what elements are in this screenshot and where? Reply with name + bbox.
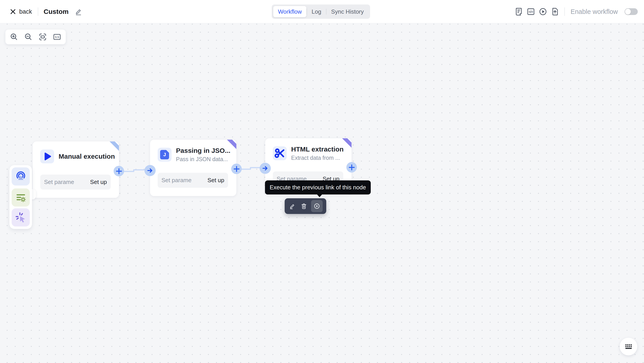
top-bar: back Custom Workflow Log Sync History: [0, 0, 644, 23]
log-document-button[interactable]: [514, 7, 524, 17]
node-manual-execution[interactable]: Manual execution Set parame Set up: [33, 141, 119, 198]
manual-click-icon: [15, 212, 26, 223]
run-workflow-button[interactable]: [538, 7, 548, 17]
actual-size-button[interactable]: 1:1: [52, 31, 62, 43]
node-icon-tile: J: [158, 148, 172, 162]
node-action-toolbar: [285, 198, 326, 214]
keyboard-icon: [625, 343, 632, 350]
arrow-right-icon: [262, 165, 268, 171]
fit-view-button[interactable]: [37, 31, 48, 43]
tab-log[interactable]: Log: [307, 6, 326, 17]
tab-workflow[interactable]: Workflow: [273, 6, 306, 17]
zoom-in-icon: [10, 33, 18, 41]
enable-workflow-label: Enable workflow: [571, 8, 618, 16]
add-node-button[interactable]: [346, 162, 357, 173]
fit-view-icon: [38, 33, 47, 41]
svg-text:</>: </>: [528, 10, 533, 14]
view-tabs: Workflow Log Sync History: [272, 5, 370, 19]
code-icon: </>: [526, 7, 535, 16]
execute-previous-link-button[interactable]: [311, 200, 323, 212]
back-button[interactable]: back: [10, 8, 32, 15]
json-icon: J: [160, 150, 169, 159]
trigger-icon: [15, 171, 26, 182]
toggle-knob: [625, 9, 631, 15]
keyboard-shortcuts-button[interactable]: [620, 338, 637, 355]
setup-button[interactable]: Set up: [90, 179, 107, 186]
zoom-in-button[interactable]: [8, 31, 20, 43]
rename-button[interactable]: [74, 8, 82, 16]
tooltip-caret: [317, 194, 322, 197]
node-param-bar: Set parame Set up: [40, 175, 111, 190]
add-node-button[interactable]: [231, 164, 242, 174]
plus-icon: [116, 168, 122, 174]
play-icon: [42, 151, 52, 162]
input-port[interactable]: [144, 165, 156, 176]
edit-pencil-icon: [74, 8, 82, 16]
run-icon: [538, 7, 548, 16]
actual-size-label: 1:1: [55, 36, 59, 39]
zoom-out-button[interactable]: [23, 31, 34, 43]
node-palette: [10, 165, 32, 229]
node-title: Manual execution: [58, 153, 115, 160]
delete-node-button[interactable]: [300, 202, 308, 211]
close-icon: [10, 9, 16, 15]
node-icon-tile: [40, 150, 54, 163]
plus-icon: [348, 164, 355, 171]
actual-size-icon: 1:1: [53, 33, 61, 41]
node-param-bar: Set parame Set up: [158, 173, 228, 188]
enable-workflow-toggle[interactable]: [624, 8, 638, 15]
execute-icon: [313, 203, 320, 210]
header-divider: [38, 8, 38, 16]
edit-node-button[interactable]: [288, 202, 297, 211]
node-title: Passing in JSO...: [176, 147, 230, 154]
palette-item-trigger[interactable]: [12, 167, 30, 186]
palette-item-manual-click[interactable]: [12, 208, 30, 226]
plus-icon: [234, 166, 240, 172]
node-title: HTML extraction: [291, 145, 344, 153]
scissors-icon: [274, 148, 285, 159]
tooltip-text: Execute the previous link of this node: [270, 184, 366, 191]
back-label: back: [19, 8, 32, 15]
publish-icon: [550, 7, 560, 16]
edit-icon: [289, 203, 296, 209]
setup-button[interactable]: Set up: [208, 177, 224, 184]
tab-sync-history[interactable]: Sync History: [326, 6, 368, 17]
node-passing-in-json[interactable]: J Passing in JSO... Pass in JSON data...…: [150, 140, 236, 196]
arrow-right-icon: [147, 168, 153, 173]
parameter-settings-icon: [15, 192, 26, 203]
zoom-out-icon: [24, 33, 33, 41]
code-view-button[interactable]: </>: [526, 7, 536, 17]
add-node-button[interactable]: [114, 166, 124, 176]
publish-button[interactable]: [550, 7, 560, 17]
input-port[interactable]: [260, 163, 271, 174]
delete-icon: [300, 203, 307, 209]
node-subtitle: Extract data from ...: [291, 155, 344, 161]
tooltip: Execute the previous link of this node: [265, 180, 371, 194]
param-label: Set parame: [162, 177, 192, 184]
header-divider: [564, 8, 565, 16]
palette-item-parameter-settings[interactable]: [12, 188, 30, 207]
log-document-icon: [514, 7, 523, 16]
node-icon-tile: [273, 146, 287, 160]
param-label: Set parame: [44, 179, 74, 186]
workflow-title: Custom: [44, 8, 69, 16]
node-subtitle: Pass in JSON data...: [176, 156, 230, 162]
canvas-zoom-toolbar: 1:1: [5, 30, 66, 44]
